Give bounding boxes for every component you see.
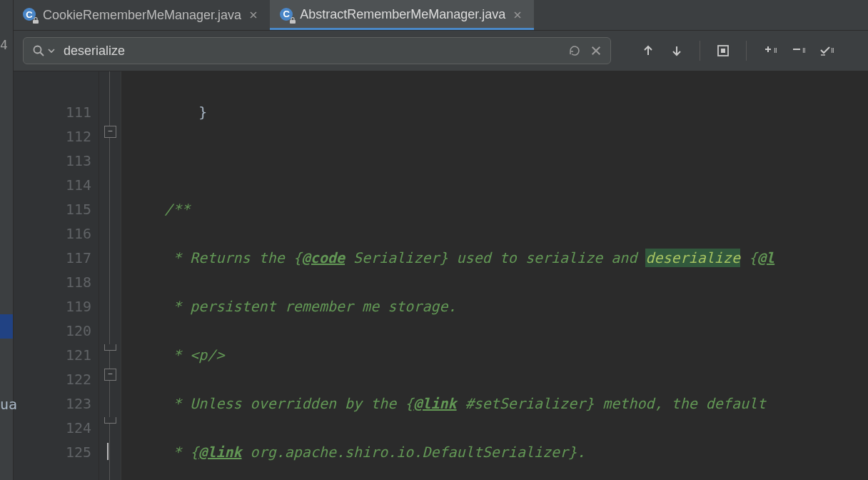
tab-label: CookieRememberMeManager.java — [43, 8, 241, 23]
editor-tabs: C CookieRememberMeManager.java C Abstrac… — [13, 0, 868, 31]
line-number: 124 — [13, 416, 91, 440]
left-strip-text: ua — [0, 396, 17, 413]
chevron-down-icon[interactable] — [48, 47, 55, 54]
tab-close-button[interactable] — [511, 9, 524, 21]
prev-match-button[interactable] — [638, 41, 658, 61]
close-icon — [513, 11, 522, 19]
line-number: 122 — [13, 367, 91, 391]
select-occurrences-button[interactable]: ⅠⅠ — [817, 41, 837, 61]
select-all-button[interactable] — [713, 41, 733, 61]
svg-rect-0 — [33, 20, 39, 24]
fold-toggle[interactable]: − — [104, 126, 116, 138]
line-number: 123 — [13, 391, 91, 416]
minus-icon — [791, 45, 802, 56]
svg-rect-5 — [721, 49, 725, 53]
fold-toggle[interactable]: − — [104, 369, 116, 381]
line-number: 125 — [13, 440, 91, 464]
line-number: 119 — [13, 294, 91, 319]
line-number: 115 — [13, 197, 91, 221]
line-number: 113 — [13, 149, 91, 173]
tab-abstract-remember-me[interactable]: C AbstractRememberMeManager.java — [270, 0, 534, 30]
line-number: 117 — [13, 246, 91, 270]
remove-selection-button[interactable]: ⅠⅠ — [788, 41, 808, 61]
lock-icon — [289, 17, 296, 24]
tab-cookie-remember-me[interactable]: C CookieRememberMeManager.java — [13, 0, 270, 30]
line-number: 118 — [13, 270, 91, 294]
line-number-gutter: 111 112 113 114 115 116 117 118 119 120 … — [13, 71, 99, 480]
search-input[interactable] — [62, 43, 563, 59]
check-all-icon — [819, 45, 831, 56]
line-number: 111 — [13, 100, 91, 124]
fold-end-marker — [104, 417, 116, 424]
active-tab-underline — [270, 28, 534, 30]
arrow-down-icon — [670, 44, 684, 58]
java-class-icon: C — [23, 8, 37, 22]
close-icon — [249, 11, 258, 19]
line-number: 116 — [13, 221, 91, 246]
search-icon — [32, 44, 45, 57]
history-icon[interactable] — [567, 44, 582, 58]
editor[interactable]: 111 112 113 114 115 116 117 118 119 120 … — [13, 71, 868, 480]
select-all-icon — [716, 44, 730, 58]
java-class-icon: C — [280, 8, 294, 22]
line-number: 120 — [13, 319, 91, 343]
fold-end-marker — [104, 344, 116, 351]
code-area[interactable]: } /** * Returns the {@code Serializer} u… — [121, 71, 868, 480]
line-number — [13, 76, 91, 100]
left-tool-strip: 4 ua — [0, 0, 14, 480]
toolbar-separator — [746, 41, 747, 61]
fold-column: − − — [99, 71, 121, 480]
left-number-fragment: 4 — [0, 37, 8, 52]
tab-label: AbstractRememberMeManager.java — [300, 7, 505, 22]
add-selection-button[interactable]: ⅠⅠ — [760, 41, 779, 61]
selection-marker-line-120 — [0, 314, 13, 339]
caret-indicator — [107, 443, 108, 460]
clear-icon[interactable] — [590, 45, 602, 56]
tab-close-button[interactable] — [247, 9, 260, 21]
svg-line-3 — [41, 53, 44, 56]
plus-icon — [762, 45, 774, 56]
toolbar-separator — [700, 41, 700, 61]
svg-rect-1 — [290, 20, 296, 24]
arrow-up-icon — [641, 44, 655, 58]
line-number: 112 — [13, 124, 91, 149]
svg-point-2 — [34, 46, 41, 54]
find-toolbar: ⅠⅠ ⅠⅠ ⅠⅠ — [13, 31, 868, 71]
lock-icon — [32, 17, 39, 24]
search-box[interactable] — [23, 37, 611, 64]
line-number: 121 — [13, 343, 91, 367]
next-match-button[interactable] — [667, 41, 687, 61]
line-number: 114 — [13, 173, 91, 197]
